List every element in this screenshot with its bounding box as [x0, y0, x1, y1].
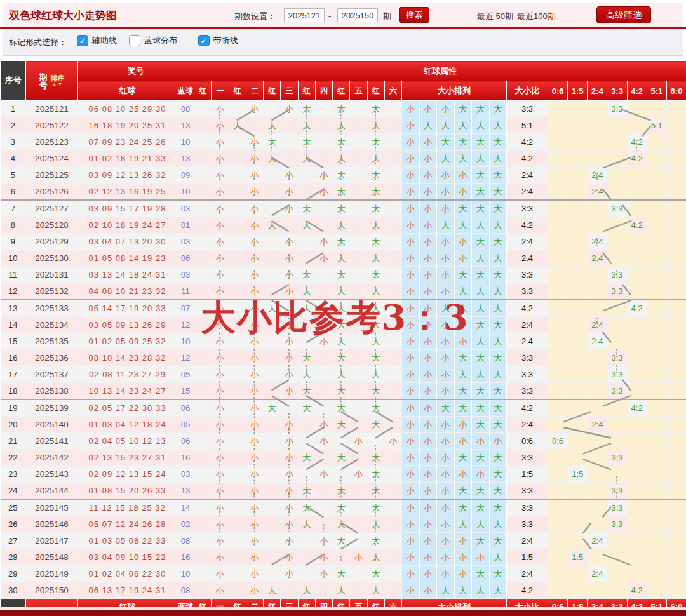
- seq-cell: 15: [1, 333, 26, 350]
- size-marker-cell: 小: [212, 566, 229, 582]
- size-marker-cell: 大: [264, 217, 281, 234]
- arrangement-cell: 小: [419, 234, 437, 250]
- ratio-trend-cell: [548, 117, 568, 134]
- arrangement-cell: 大: [437, 151, 455, 167]
- period-cell: 2025123: [26, 134, 78, 151]
- checkbox-aux-line[interactable]: ✓ 辅助线: [77, 35, 117, 46]
- search-button[interactable]: 搜索: [399, 7, 429, 23]
- header-period-sort: 期号 排序 ▲▼: [26, 61, 78, 101]
- size-marker-cell: 小: [212, 383, 229, 400]
- arrangement-cell: 大: [472, 516, 490, 533]
- empty-attr-cell: [350, 582, 367, 599]
- ratio-trend-cell: [647, 366, 666, 383]
- ratio-cell: 4:2: [507, 582, 548, 599]
- arrangement-cell: 小: [437, 366, 455, 383]
- ratio-trend-cell: [666, 383, 686, 400]
- size-marker-cell: 小: [281, 366, 298, 383]
- size-marker-cell: 小: [315, 234, 332, 250]
- ratio-trend-cell: [647, 350, 666, 366]
- size-marker-cell: 小: [212, 499, 229, 516]
- sort-desc-icon[interactable]: ▼: [58, 81, 64, 87]
- ratio-trend-cell: [548, 317, 568, 333]
- ratio-trend-cell: [588, 499, 607, 516]
- ratio-trend-cell: [588, 383, 607, 400]
- recent-50-link[interactable]: 最近 50期: [477, 11, 513, 21]
- empty-attr-cell: [194, 499, 212, 516]
- checkbox-polyline[interactable]: ✓ 带折线: [198, 35, 238, 46]
- ratio-trend-cell: [568, 450, 588, 466]
- period-range-dash: -: [328, 11, 331, 20]
- ratio-trend-cell: [627, 184, 647, 201]
- ratio-trend-cell: [666, 366, 686, 383]
- size-marker-cell: 大: [298, 366, 315, 383]
- advanced-filter-button[interactable]: 高级筛选: [596, 6, 651, 23]
- arrangement-cell: 大: [472, 582, 490, 599]
- blue-ball-cell: 08: [177, 533, 194, 549]
- arrangement-cell: 小: [402, 450, 420, 466]
- empty-attr-cell: [229, 483, 246, 500]
- sort-asc-icon[interactable]: ▲: [52, 81, 58, 87]
- ratio-cell: 3:3: [507, 366, 548, 383]
- arrangement-cell: 大: [489, 399, 507, 417]
- header-prize: 奖号: [78, 61, 194, 81]
- ratio-trend-cell: [548, 200, 568, 217]
- empty-attr-cell: [350, 499, 367, 516]
- arrangement-cell: 小: [419, 549, 437, 566]
- arrangement-cell: 大: [489, 566, 507, 582]
- period-from-input[interactable]: [284, 8, 325, 22]
- ratio-trend-cell: [607, 184, 627, 201]
- ratio-trend-cell: [548, 549, 568, 566]
- ratio-trend-cell: [548, 134, 568, 151]
- empty-attr-cell: [264, 184, 281, 201]
- ratio-trend-marker: 5:1: [647, 117, 666, 134]
- size-marker-cell: 小: [212, 466, 229, 483]
- empty-attr-cell: [350, 417, 367, 433]
- blue-ball-cell: 14: [177, 499, 194, 516]
- table-row: 6202512602 12 13 16 19 2510小小小小大大小小小小大大2…: [1, 184, 686, 201]
- blue-ball-cell: 01: [177, 217, 194, 234]
- ratio-trend-cell: [548, 217, 568, 234]
- ratio-trend-cell: [607, 134, 627, 151]
- arrangement-cell: 大: [472, 151, 490, 167]
- recent-100-link[interactable]: 最近100期: [517, 11, 556, 21]
- empty-attr-cell: [229, 566, 246, 582]
- empty-attr-cell: [384, 516, 401, 533]
- ratio-cell: 3:3: [507, 450, 548, 466]
- ratio-trend-cell: [568, 283, 588, 300]
- ratio-trend-cell: [568, 317, 588, 333]
- empty-attr-cell: [298, 533, 315, 549]
- empty-attr-cell: [350, 566, 367, 582]
- empty-attr-cell: [194, 433, 212, 450]
- arrangement-cell: 大: [454, 483, 472, 500]
- seq-cell: 20: [1, 417, 26, 433]
- arrangement-cell: 大: [489, 533, 507, 549]
- empty-attr-cell: [350, 250, 367, 267]
- arrangement-cell: 小: [419, 267, 437, 283]
- period-to-input[interactable]: [337, 8, 378, 22]
- size-marker-cell: 大: [367, 483, 384, 500]
- arrangement-cell: 小: [402, 134, 420, 151]
- ratio-trend-marker: 2:4: [588, 333, 607, 350]
- arrangement-cell: 大: [454, 366, 472, 383]
- size-marker-cell: 小: [246, 582, 263, 599]
- size-marker-cell: 大: [264, 134, 281, 151]
- arrangement-cell: 大: [472, 566, 490, 582]
- table-row: 11202513103 13 14 18 24 3103小小小大大大小小小大大大…: [1, 267, 686, 283]
- size-marker-cell: 大: [333, 250, 350, 267]
- ratio-trend-cell: [647, 466, 666, 483]
- sort-control[interactable]: 排序 ▲▼: [51, 75, 65, 88]
- header-ball-col-1: 红: [194, 81, 212, 101]
- ratio-trend-marker: 3:3: [607, 516, 627, 533]
- size-marker-cell: 大: [264, 582, 281, 599]
- bottom-red-bar: [0, 610, 686, 616]
- checkbox-blue-distribution[interactable]: 蓝球分布: [129, 35, 177, 46]
- checkbox-aux-line-label: 辅助线: [92, 35, 117, 46]
- arrangement-cell: 大: [454, 151, 472, 167]
- arrangement-cell: 大: [454, 450, 472, 466]
- ratio-trend-cell: [647, 533, 666, 549]
- size-marker-cell: 小: [315, 167, 332, 184]
- ratio-trend-cell: [548, 383, 568, 400]
- arrangement-cell: 小: [437, 566, 455, 582]
- ratio-trend-cell: [568, 234, 588, 250]
- size-marker-cell: 大: [367, 234, 384, 250]
